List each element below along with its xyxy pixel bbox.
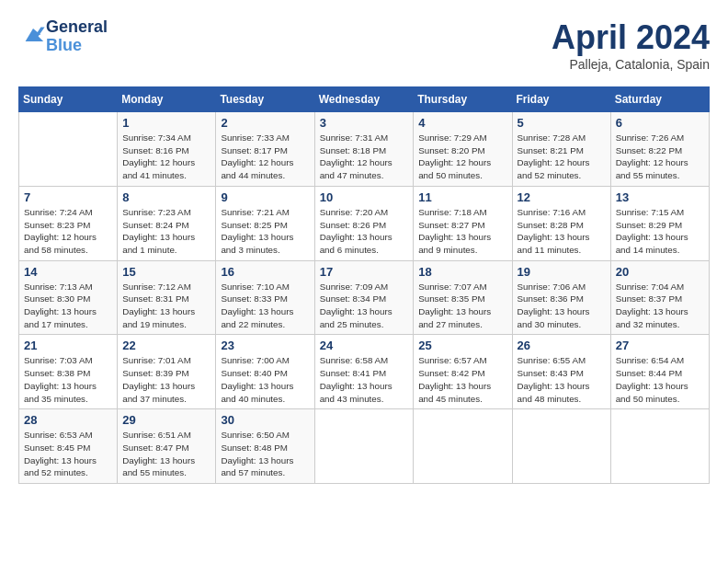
day-info: Sunrise: 7:16 AMSunset: 8:28 PMDaylight:… — [518, 206, 606, 257]
svg-marker-0 — [26, 27, 45, 40]
calendar-cell: 12Sunrise: 7:16 AMSunset: 8:28 PMDayligh… — [512, 186, 610, 260]
calendar-cell: 7Sunrise: 7:24 AMSunset: 8:23 PMDaylight… — [19, 186, 118, 260]
calendar-cell: 15Sunrise: 7:12 AMSunset: 8:31 PMDayligh… — [118, 260, 216, 335]
calendar-week-row: 7Sunrise: 7:24 AMSunset: 8:23 PMDaylight… — [19, 186, 710, 260]
day-number: 16 — [221, 265, 309, 279]
day-number: 18 — [418, 265, 506, 279]
day-header-friday: Friday — [512, 87, 610, 112]
day-info: Sunrise: 6:57 AMSunset: 8:42 PMDaylight:… — [418, 354, 506, 405]
day-info: Sunrise: 6:50 AMSunset: 8:48 PMDaylight:… — [221, 429, 309, 479]
calendar-cell: 28Sunrise: 6:53 AMSunset: 8:45 PMDayligh… — [19, 409, 118, 484]
day-info: Sunrise: 7:29 AMSunset: 8:20 PMDaylight:… — [418, 132, 506, 182]
calendar-cell: 5Sunrise: 7:28 AMSunset: 8:21 PMDaylight… — [512, 112, 610, 187]
calendar-cell — [19, 112, 118, 187]
calendar-cell: 4Sunrise: 7:29 AMSunset: 8:20 PMDaylight… — [414, 112, 512, 187]
calendar-cell — [314, 409, 414, 484]
day-number: 28 — [24, 413, 112, 427]
day-info: Sunrise: 7:24 AMSunset: 8:23 PMDaylight:… — [24, 206, 112, 257]
day-info: Sunrise: 7:09 AMSunset: 8:34 PMDaylight:… — [320, 281, 409, 331]
day-header-sunday: Sunday — [19, 87, 118, 112]
day-info: Sunrise: 6:51 AMSunset: 8:47 PMDaylight:… — [122, 429, 210, 479]
day-number: 7 — [24, 190, 112, 204]
day-number: 8 — [122, 190, 210, 204]
calendar-cell: 19Sunrise: 7:06 AMSunset: 8:36 PMDayligh… — [512, 260, 610, 335]
logo: General Blue — [18, 18, 108, 55]
day-info: Sunrise: 7:10 AMSunset: 8:33 PMDaylight:… — [221, 281, 309, 331]
month-title: April 2024 — [552, 18, 710, 57]
day-info: Sunrise: 6:54 AMSunset: 8:44 PMDaylight:… — [616, 354, 704, 405]
calendar-header-row: SundayMondayTuesdayWednesdayThursdayFrid… — [19, 87, 710, 112]
day-number: 1 — [122, 116, 210, 130]
calendar-cell: 30Sunrise: 6:50 AMSunset: 8:48 PMDayligh… — [216, 409, 314, 484]
day-number: 19 — [518, 265, 606, 279]
day-number: 29 — [122, 413, 210, 427]
day-info: Sunrise: 7:31 AMSunset: 8:18 PMDaylight:… — [320, 132, 409, 182]
calendar-cell: 20Sunrise: 7:04 AMSunset: 8:37 PMDayligh… — [610, 260, 709, 335]
day-number: 9 — [221, 190, 309, 204]
day-info: Sunrise: 6:53 AMSunset: 8:45 PMDaylight:… — [24, 429, 112, 479]
day-info: Sunrise: 7:04 AMSunset: 8:37 PMDaylight:… — [616, 281, 704, 331]
day-info: Sunrise: 7:21 AMSunset: 8:25 PMDaylight:… — [221, 206, 309, 257]
day-header-saturday: Saturday — [610, 87, 709, 112]
calendar-cell: 27Sunrise: 6:54 AMSunset: 8:44 PMDayligh… — [610, 335, 709, 409]
logo-icon — [20, 22, 46, 48]
day-number: 30 — [221, 413, 309, 427]
day-number: 15 — [122, 265, 210, 279]
calendar-cell: 24Sunrise: 6:58 AMSunset: 8:41 PMDayligh… — [314, 335, 414, 409]
day-header-tuesday: Tuesday — [216, 87, 314, 112]
calendar-cell: 29Sunrise: 6:51 AMSunset: 8:47 PMDayligh… — [118, 409, 216, 484]
day-number: 20 — [616, 265, 704, 279]
day-info: Sunrise: 7:28 AMSunset: 8:21 PMDaylight:… — [518, 132, 606, 182]
day-header-thursday: Thursday — [414, 87, 512, 112]
day-info: Sunrise: 7:13 AMSunset: 8:30 PMDaylight:… — [24, 281, 112, 331]
day-number: 4 — [418, 116, 506, 130]
day-info: Sunrise: 7:12 AMSunset: 8:31 PMDaylight:… — [122, 281, 210, 331]
calendar-cell: 2Sunrise: 7:33 AMSunset: 8:17 PMDaylight… — [216, 112, 314, 187]
day-header-monday: Monday — [118, 87, 216, 112]
day-header-wednesday: Wednesday — [314, 87, 414, 112]
calendar-week-row: 21Sunrise: 7:03 AMSunset: 8:38 PMDayligh… — [19, 335, 710, 409]
calendar-cell: 13Sunrise: 7:15 AMSunset: 8:29 PMDayligh… — [610, 186, 709, 260]
day-info: Sunrise: 7:34 AMSunset: 8:16 PMDaylight:… — [122, 132, 210, 182]
calendar-cell — [414, 409, 512, 484]
day-info: Sunrise: 7:00 AMSunset: 8:40 PMDaylight:… — [221, 354, 309, 405]
day-info: Sunrise: 7:03 AMSunset: 8:38 PMDaylight:… — [24, 354, 112, 405]
calendar-week-row: 14Sunrise: 7:13 AMSunset: 8:30 PMDayligh… — [19, 260, 710, 335]
calendar-cell: 14Sunrise: 7:13 AMSunset: 8:30 PMDayligh… — [19, 260, 118, 335]
calendar-table: SundayMondayTuesdayWednesdayThursdayFrid… — [18, 86, 710, 484]
page-header: General Blue April 2024 Palleja, Catalon… — [18, 18, 710, 72]
day-number: 2 — [221, 116, 309, 130]
day-number: 22 — [122, 339, 210, 352]
day-info: Sunrise: 7:01 AMSunset: 8:39 PMDaylight:… — [122, 354, 210, 405]
calendar-cell — [610, 409, 709, 484]
calendar-cell: 3Sunrise: 7:31 AMSunset: 8:18 PMDaylight… — [314, 112, 414, 187]
day-number: 11 — [418, 190, 506, 204]
day-info: Sunrise: 6:58 AMSunset: 8:41 PMDaylight:… — [320, 354, 409, 405]
day-info: Sunrise: 7:33 AMSunset: 8:17 PMDaylight:… — [221, 132, 309, 182]
calendar-cell: 25Sunrise: 6:57 AMSunset: 8:42 PMDayligh… — [414, 335, 512, 409]
day-number: 25 — [418, 339, 506, 352]
day-info: Sunrise: 6:55 AMSunset: 8:43 PMDaylight:… — [518, 354, 606, 405]
day-number: 26 — [518, 339, 606, 352]
day-number: 14 — [24, 265, 112, 279]
calendar-cell: 11Sunrise: 7:18 AMSunset: 8:27 PMDayligh… — [414, 186, 512, 260]
location: Palleja, Catalonia, Spain — [552, 57, 710, 72]
calendar-cell — [512, 409, 610, 484]
calendar-cell: 21Sunrise: 7:03 AMSunset: 8:38 PMDayligh… — [19, 335, 118, 409]
day-number: 6 — [616, 116, 704, 130]
day-number: 23 — [221, 339, 309, 352]
title-block: April 2024 Palleja, Catalonia, Spain — [552, 18, 710, 72]
day-info: Sunrise: 7:20 AMSunset: 8:26 PMDaylight:… — [320, 206, 409, 257]
day-number: 3 — [320, 116, 409, 130]
day-info: Sunrise: 7:23 AMSunset: 8:24 PMDaylight:… — [122, 206, 210, 257]
calendar-cell: 8Sunrise: 7:23 AMSunset: 8:24 PMDaylight… — [118, 186, 216, 260]
day-info: Sunrise: 7:07 AMSunset: 8:35 PMDaylight:… — [418, 281, 506, 331]
day-number: 24 — [320, 339, 409, 352]
calendar-cell: 23Sunrise: 7:00 AMSunset: 8:40 PMDayligh… — [216, 335, 314, 409]
calendar-cell: 10Sunrise: 7:20 AMSunset: 8:26 PMDayligh… — [314, 186, 414, 260]
day-number: 17 — [320, 265, 409, 279]
day-number: 21 — [24, 339, 112, 352]
day-info: Sunrise: 7:18 AMSunset: 8:27 PMDaylight:… — [418, 206, 506, 257]
calendar-cell: 22Sunrise: 7:01 AMSunset: 8:39 PMDayligh… — [118, 335, 216, 409]
day-info: Sunrise: 7:15 AMSunset: 8:29 PMDaylight:… — [616, 206, 704, 257]
